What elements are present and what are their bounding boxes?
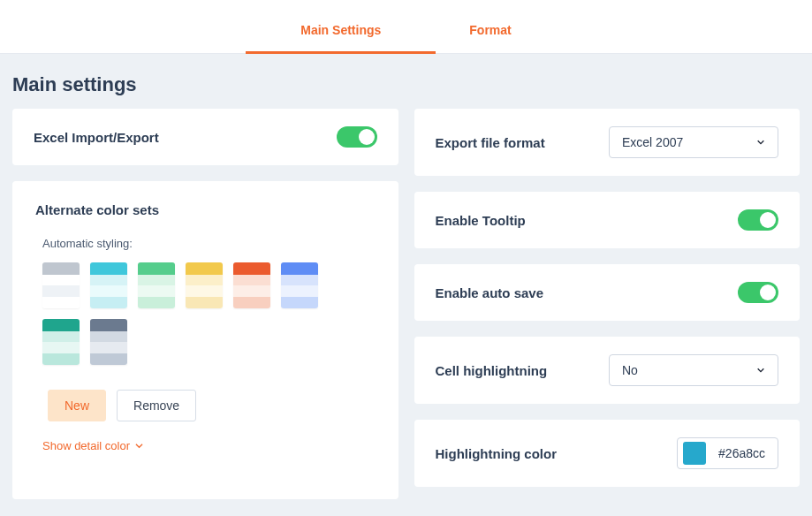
chevron-down-icon <box>756 138 765 147</box>
enable-tooltip-label: Enable Tooltip <box>436 213 526 228</box>
right-column: Export file format Excel 2007 Enable Too… <box>414 109 801 499</box>
color-set-buttons: New Remove <box>48 390 376 421</box>
excel-import-export-toggle[interactable] <box>337 126 377 148</box>
enable-auto-save-label: Enable auto save <box>436 285 544 300</box>
highlightning-color-swatch <box>683 442 706 465</box>
color-swatch-5[interactable] <box>281 262 318 308</box>
automatic-styling-label: Automatic styling: <box>42 237 376 250</box>
cell-highlightning-select[interactable]: No <box>609 354 778 386</box>
card-enable-auto-save: Enable auto save <box>414 264 801 321</box>
cell-highlightning-value: No <box>622 363 638 377</box>
left-column: Excel Import/Export Alternate color sets… <box>12 109 398 499</box>
highlightning-color-label: Highlightning color <box>436 446 557 461</box>
color-swatch-4[interactable] <box>233 262 270 308</box>
chevron-down-icon <box>135 442 143 450</box>
tab-format[interactable]: Format <box>469 23 511 53</box>
color-swatch-7[interactable] <box>90 319 127 365</box>
card-enable-tooltip: Enable Tooltip <box>414 192 801 248</box>
highlightning-color-picker[interactable]: #26a8cc <box>677 437 778 469</box>
export-file-format-value: Excel 2007 <box>622 135 683 149</box>
enable-auto-save-toggle[interactable] <box>738 282 778 303</box>
highlightning-color-value: #26a8cc <box>718 446 765 460</box>
show-detail-color-link[interactable]: Show detail color <box>42 439 376 452</box>
card-cell-highlightning: Cell highlightning No <box>414 337 801 404</box>
tabbar: Main Settings Format <box>0 0 812 54</box>
color-swatch-0[interactable] <box>42 262 80 308</box>
remove-color-set-button[interactable]: Remove <box>117 390 196 421</box>
card-export-file-format: Export file format Excel 2007 <box>414 109 801 176</box>
settings-grid: Excel Import/Export Alternate color sets… <box>0 109 812 512</box>
card-alternate-color-sets: Alternate color sets Automatic styling: … <box>12 181 398 499</box>
alternate-color-sets-title: Alternate color sets <box>35 202 376 217</box>
show-detail-color-label: Show detail color <box>42 439 130 452</box>
tab-main-settings[interactable]: Main Settings <box>300 23 381 53</box>
export-file-format-label: Export file format <box>436 135 545 150</box>
excel-import-export-label: Excel Import/Export <box>34 130 159 145</box>
card-highlightning-color: Highlightning color #26a8cc <box>414 420 801 487</box>
new-color-set-button[interactable]: New <box>48 390 106 421</box>
color-swatch-3[interactable] <box>186 262 223 308</box>
cell-highlightning-label: Cell highlightning <box>436 363 548 378</box>
color-swatch-1[interactable] <box>90 262 127 308</box>
card-excel-import-export: Excel Import/Export <box>12 109 398 165</box>
chevron-down-icon <box>756 366 765 375</box>
color-swatches <box>42 262 360 365</box>
color-swatch-2[interactable] <box>138 262 175 308</box>
enable-tooltip-toggle[interactable] <box>738 209 778 231</box>
export-file-format-select[interactable]: Excel 2007 <box>609 126 778 158</box>
color-swatch-6[interactable] <box>42 319 80 365</box>
page-title: Main settings <box>0 54 812 109</box>
